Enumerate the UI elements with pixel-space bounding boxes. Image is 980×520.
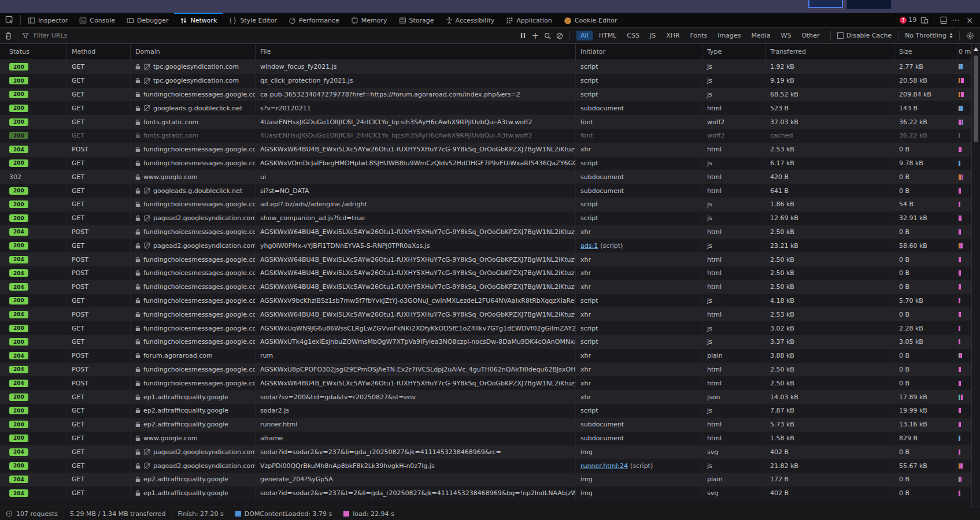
column-header-transferred[interactable]: Transferred bbox=[765, 44, 894, 60]
filter-type-all[interactable]: All bbox=[576, 31, 593, 40]
lock-icon bbox=[135, 91, 140, 98]
search-icon[interactable] bbox=[544, 32, 551, 39]
file-cell: generate_204?SyGp5A bbox=[256, 473, 576, 486]
filter-urls-input[interactable] bbox=[32, 31, 206, 40]
scrollbar-up-arrow-icon[interactable] bbox=[974, 47, 978, 51]
table-row[interactable]: 200GETgoogleads.g.doubleclick.netsi?st=N… bbox=[0, 184, 971, 198]
filter-type-fonts[interactable]: Fonts bbox=[686, 31, 712, 40]
error-count-button[interactable]: ! 19 bbox=[900, 16, 916, 24]
filter-type-html[interactable]: HTML bbox=[595, 31, 621, 40]
tab-style-editor[interactable]: Style Editor bbox=[223, 13, 283, 27]
pause-recording-icon[interactable] bbox=[520, 32, 526, 39]
filter-type-xhr[interactable]: XHR bbox=[662, 31, 683, 40]
column-header-domain[interactable]: Domain bbox=[131, 44, 256, 60]
table-row[interactable]: 200GETep2.adtrafficquality.googlesodar2.… bbox=[0, 404, 971, 418]
filter-type-js[interactable]: JS bbox=[646, 31, 660, 40]
tab-network[interactable]: Network bbox=[174, 13, 223, 27]
table-row[interactable]: 200GETgoogleads.g.doubleclick.nets?v=r20… bbox=[0, 101, 971, 115]
table-row[interactable]: 204GETep2.adtrafficquality.googlegenerat… bbox=[0, 473, 971, 486]
table-row[interactable]: 200GETfundingchoicesmessages.google.coma… bbox=[0, 198, 971, 211]
meatball-menu-icon[interactable]: ⋯ bbox=[952, 16, 960, 24]
tab-debugger[interactable]: Debugger bbox=[121, 13, 174, 27]
table-row[interactable]: 200GETtpc.googlesyndication.comwindow_fo… bbox=[0, 60, 971, 74]
tab-performance[interactable]: Performance bbox=[283, 13, 345, 27]
table-row[interactable]: 200GETep2.adtrafficquality.googlerunner.… bbox=[0, 418, 971, 432]
filter-type-media[interactable]: Media bbox=[747, 31, 774, 40]
tab-accessibility[interactable]: Accessibility bbox=[440, 13, 501, 27]
pick-element-button[interactable] bbox=[0, 13, 19, 27]
tab-inspector[interactable]: Inspector bbox=[22, 13, 73, 27]
table-row[interactable]: 204POSTfundingchoicesmessages.google.com… bbox=[0, 266, 971, 280]
requests-summary[interactable]: 107 requests bbox=[0, 510, 64, 518]
table-row[interactable]: 204POSTfundingchoicesmessages.google.com… bbox=[0, 143, 971, 157]
table-row[interactable]: 200GETfundingchoicesmessages.google.comA… bbox=[0, 157, 971, 170]
waterfall-cell bbox=[957, 170, 971, 184]
separate-window-icon[interactable] bbox=[940, 16, 948, 24]
disable-cache-checkbox[interactable]: Disable Cache bbox=[837, 32, 892, 39]
method-cell: GET bbox=[67, 88, 131, 102]
table-row[interactable]: 200GETpagead2.googlesyndication.comVzpPD… bbox=[0, 459, 971, 473]
tab-cookie-editor[interactable]: Cookie-Editor bbox=[558, 13, 623, 27]
column-header-initiator[interactable]: Initiator bbox=[576, 44, 702, 60]
table-row[interactable]: 200GETfonts.gstatic.com4UasrENHsxJIGDuGo… bbox=[0, 115, 971, 129]
table-row[interactable]: 204POSTfundingchoicesmessages.google.com… bbox=[0, 225, 971, 239]
table-row[interactable]: 200GETep1.adtrafficquality.googlesodar?s… bbox=[0, 390, 971, 404]
table-row[interactable]: 200GETfundingchoicesmessages.google.comA… bbox=[0, 294, 971, 308]
type-cell: html bbox=[702, 252, 765, 266]
new-request-plus-icon[interactable]: + bbox=[531, 31, 539, 41]
network-settings-gear-icon[interactable] bbox=[966, 32, 974, 40]
tab-console[interactable]: Console bbox=[73, 13, 121, 27]
table-row[interactable]: 204POSTfundingchoicesmessages.google.com… bbox=[0, 363, 971, 377]
filter-type-css[interactable]: CSS bbox=[623, 31, 644, 40]
table-row[interactable]: 204GETep1.adtrafficquality.googlesodar?i… bbox=[0, 486, 971, 500]
block-request-icon[interactable] bbox=[556, 32, 563, 39]
filter-type-ws[interactable]: WS bbox=[777, 31, 796, 40]
table-row[interactable]: 204POSTforum.agoraroad.comrumxhrplain3.8… bbox=[0, 349, 971, 363]
column-header-type[interactable]: Type bbox=[702, 44, 765, 60]
file-cell: AGSKWxW64BU4B_EWxi5LXc5AYw26Otu1-fUXHY5X… bbox=[256, 376, 576, 390]
filter-type-other[interactable]: Other bbox=[797, 31, 823, 40]
domain-text: fundingchoicesmessages.google.com bbox=[143, 159, 256, 167]
status-badge: 204 bbox=[9, 352, 28, 359]
domain-cell: fundingchoicesmessages.google.com bbox=[131, 294, 256, 308]
throttling-dropdown[interactable]: No Throttling bbox=[905, 32, 953, 39]
tab-memory[interactable]: Memory bbox=[345, 13, 393, 27]
toolbar-separator bbox=[569, 31, 570, 40]
table-row[interactable]: 200GETfonts.gstatic.com4UasrENHsxJIGDuGo… bbox=[0, 129, 971, 143]
domain-cell: fundingchoicesmessages.google.com bbox=[131, 252, 256, 266]
clear-requests-trash-icon[interactable] bbox=[5, 32, 12, 40]
tab-storage[interactable]: Storage bbox=[393, 13, 440, 27]
table-row[interactable]: 200GETfundingchoicesmessages.google.comA… bbox=[0, 335, 971, 349]
column-header-waterfall[interactable]: 0 ms bbox=[957, 44, 971, 60]
close-devtools-icon[interactable]: × bbox=[964, 16, 975, 25]
table-row[interactable]: 302GETwww.google.comuisubdocumenthtml420… bbox=[0, 170, 971, 184]
column-header-size[interactable]: Size bbox=[894, 44, 957, 60]
status-cell: 200 bbox=[0, 115, 67, 129]
filter-type-images[interactable]: Images bbox=[713, 31, 745, 40]
domain-text: pagead2.googlesyndication.com bbox=[153, 242, 256, 250]
table-row[interactable]: 204POSTfundingchoicesmessages.google.com… bbox=[0, 252, 971, 266]
domain-cell: forum.agoraroad.com bbox=[131, 349, 256, 363]
initiator-link[interactable]: ads:1 bbox=[580, 242, 598, 250]
table-scrollbar[interactable] bbox=[971, 44, 980, 507]
domain-cell: ep2.adtrafficquality.google bbox=[131, 418, 256, 432]
table-row[interactable]: 200GETtpc.googlesyndication.comqs_click_… bbox=[0, 74, 971, 88]
table-row[interactable]: 204POSTfundingchoicesmessages.google.com… bbox=[0, 307, 971, 321]
table-row[interactable]: 204POSTfundingchoicesmessages.google.com… bbox=[0, 376, 971, 390]
table-row[interactable]: 200GETwww.google.comaframesubdocumenthtm… bbox=[0, 432, 971, 445]
status-badge: 200 bbox=[9, 214, 28, 222]
table-row[interactable]: 200GETfundingchoicesmessages.google.comc… bbox=[0, 88, 971, 102]
scrollbar-thumb[interactable] bbox=[974, 55, 978, 142]
type-cell: js bbox=[702, 404, 765, 418]
initiator-link[interactable]: runner.html:24 bbox=[580, 462, 628, 470]
column-header-file[interactable]: File bbox=[256, 44, 576, 60]
table-row[interactable]: 200GETpagead2.googlesyndication.comshow_… bbox=[0, 211, 971, 225]
tab-application[interactable]: Application bbox=[500, 13, 557, 27]
column-header-method[interactable]: Method bbox=[67, 44, 131, 60]
table-row[interactable]: 204POSTfundingchoicesmessages.google.com… bbox=[0, 280, 971, 294]
responsive-design-mode-icon[interactable] bbox=[920, 16, 929, 24]
table-row[interactable]: 204GETpagead2.googlesyndication.comsodar… bbox=[0, 445, 971, 459]
column-header-status[interactable]: Status bbox=[0, 44, 67, 60]
table-row[interactable]: 200GETfundingchoicesmessages.google.comA… bbox=[0, 321, 971, 335]
table-row[interactable]: 200GETpagead2.googlesyndication.comyhg0I… bbox=[0, 239, 971, 252]
